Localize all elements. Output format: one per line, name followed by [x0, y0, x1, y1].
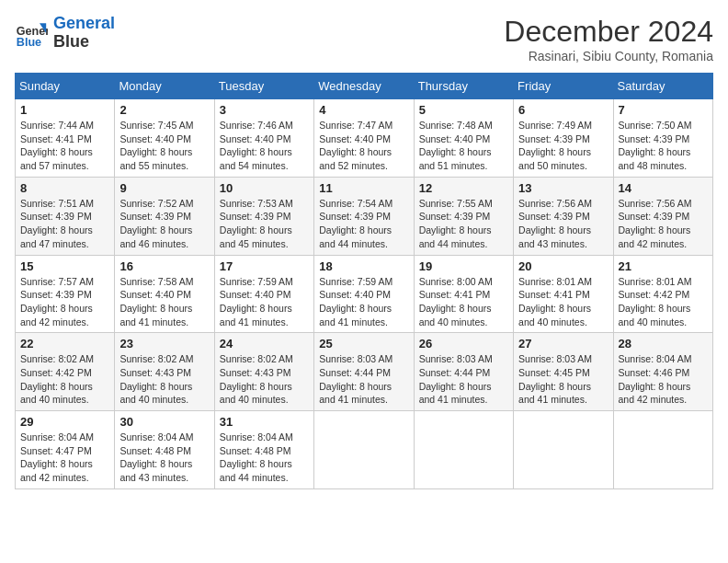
calendar-cell: 1 Sunrise: 7:44 AMSunset: 4:41 PMDayligh… — [16, 99, 115, 178]
location-subtitle: Rasinari, Sibiu County, Romania — [504, 49, 713, 63]
calendar-cell: 30 Sunrise: 8:04 AMSunset: 4:48 PMDaylig… — [115, 411, 214, 489]
day-detail: Sunrise: 7:51 AMSunset: 4:39 PMDaylight:… — [20, 197, 109, 251]
day-number: 7 — [619, 103, 708, 117]
calendar-header-row: SundayMondayTuesdayWednesdayThursdayFrid… — [16, 74, 713, 99]
day-number: 31 — [220, 415, 309, 429]
day-detail: Sunrise: 7:49 AMSunset: 4:39 PMDaylight:… — [518, 119, 608, 173]
calendar-cell: 26 Sunrise: 8:03 AMSunset: 4:44 PMDaylig… — [414, 333, 513, 411]
day-detail: Sunrise: 7:44 AMSunset: 4:41 PMDaylight:… — [20, 119, 109, 173]
day-number: 16 — [119, 259, 209, 273]
logo-text: GeneralBlue — [53, 15, 115, 52]
day-detail: Sunrise: 7:55 AMSunset: 4:39 PMDaylight:… — [419, 197, 508, 251]
day-number: 3 — [220, 103, 309, 117]
day-number: 5 — [419, 103, 508, 117]
calendar-cell: 14 Sunrise: 7:56 AMSunset: 4:39 PMDaylig… — [613, 177, 712, 255]
day-detail: Sunrise: 8:00 AMSunset: 4:41 PMDaylight:… — [419, 275, 508, 329]
calendar-table: SundayMondayTuesdayWednesdayThursdayFrid… — [15, 73, 713, 489]
calendar-cell: 28 Sunrise: 8:04 AMSunset: 4:46 PMDaylig… — [613, 333, 712, 411]
day-detail: Sunrise: 7:45 AMSunset: 4:40 PMDaylight:… — [119, 119, 209, 173]
day-detail: Sunrise: 8:01 AMSunset: 4:42 PMDaylight:… — [619, 275, 708, 329]
svg-text:Blue: Blue — [17, 36, 41, 49]
calendar-cell: 5 Sunrise: 7:48 AMSunset: 4:40 PMDayligh… — [414, 99, 513, 178]
calendar-cell: 3 Sunrise: 7:46 AMSunset: 4:40 PMDayligh… — [214, 99, 313, 178]
calendar-cell: 2 Sunrise: 7:45 AMSunset: 4:40 PMDayligh… — [115, 99, 214, 178]
calendar-body: 1 Sunrise: 7:44 AMSunset: 4:41 PMDayligh… — [16, 99, 713, 489]
calendar-cell: 13 Sunrise: 7:56 AMSunset: 4:39 PMDaylig… — [514, 177, 613, 255]
calendar-cell: 15 Sunrise: 7:57 AMSunset: 4:39 PMDaylig… — [16, 255, 115, 333]
month-title: December 2024 — [504, 15, 713, 49]
calendar-cell: 4 Sunrise: 7:47 AMSunset: 4:40 PMDayligh… — [314, 99, 414, 178]
calendar-cell: 6 Sunrise: 7:49 AMSunset: 4:39 PMDayligh… — [514, 99, 613, 178]
calendar-cell — [613, 411, 712, 489]
day-detail: Sunrise: 8:03 AMSunset: 4:44 PMDaylight:… — [319, 352, 408, 407]
day-detail: Sunrise: 8:02 AMSunset: 4:43 PMDaylight:… — [119, 352, 209, 407]
day-number: 21 — [619, 259, 708, 273]
day-number: 6 — [518, 103, 608, 117]
day-number: 2 — [119, 103, 209, 117]
day-number: 23 — [119, 337, 209, 350]
day-detail: Sunrise: 8:04 AMSunset: 4:46 PMDaylight:… — [619, 352, 708, 407]
day-detail: Sunrise: 7:48 AMSunset: 4:40 PMDaylight:… — [419, 119, 508, 173]
calendar-cell: 19 Sunrise: 8:00 AMSunset: 4:41 PMDaylig… — [414, 255, 513, 333]
calendar-cell: 11 Sunrise: 7:54 AMSunset: 4:39 PMDaylig… — [314, 177, 414, 255]
day-detail: Sunrise: 7:57 AMSunset: 4:39 PMDaylight:… — [20, 275, 109, 329]
day-number: 18 — [319, 259, 408, 273]
calendar-cell — [314, 411, 414, 489]
day-detail: Sunrise: 7:47 AMSunset: 4:40 PMDaylight:… — [319, 119, 408, 173]
title-area: December 2024 Rasinari, Sibiu County, Ro… — [504, 15, 713, 63]
calendar-cell: 12 Sunrise: 7:55 AMSunset: 4:39 PMDaylig… — [414, 177, 513, 255]
calendar-weekday-tuesday: Tuesday — [214, 74, 313, 99]
day-number: 1 — [20, 103, 109, 117]
day-number: 28 — [619, 337, 708, 350]
day-number: 30 — [119, 415, 209, 429]
day-number: 8 — [20, 181, 109, 195]
calendar-cell: 17 Sunrise: 7:59 AMSunset: 4:40 PMDaylig… — [214, 255, 313, 333]
day-number: 24 — [220, 337, 309, 350]
day-number: 13 — [518, 181, 608, 195]
calendar-cell: 21 Sunrise: 8:01 AMSunset: 4:42 PMDaylig… — [613, 255, 712, 333]
logo: General Blue GeneralBlue — [15, 15, 115, 52]
calendar-cell — [414, 411, 513, 489]
day-detail: Sunrise: 7:53 AMSunset: 4:39 PMDaylight:… — [220, 197, 309, 251]
day-detail: Sunrise: 7:56 AMSunset: 4:39 PMDaylight:… — [518, 197, 608, 251]
day-detail: Sunrise: 8:04 AMSunset: 4:48 PMDaylight:… — [220, 431, 309, 485]
day-number: 27 — [518, 337, 608, 350]
calendar-cell: 22 Sunrise: 8:02 AMSunset: 4:42 PMDaylig… — [16, 333, 115, 411]
day-detail: Sunrise: 7:46 AMSunset: 4:40 PMDaylight:… — [220, 119, 309, 173]
day-detail: Sunrise: 8:02 AMSunset: 4:43 PMDaylight:… — [220, 352, 309, 407]
calendar-weekday-thursday: Thursday — [414, 74, 513, 99]
day-number: 15 — [20, 259, 109, 273]
calendar-weekday-sunday: Sunday — [16, 74, 115, 99]
day-number: 9 — [119, 181, 209, 195]
day-detail: Sunrise: 8:02 AMSunset: 4:42 PMDaylight:… — [20, 352, 109, 407]
calendar-week-3: 15 Sunrise: 7:57 AMSunset: 4:39 PMDaylig… — [16, 255, 713, 333]
day-detail: Sunrise: 7:52 AMSunset: 4:39 PMDaylight:… — [119, 197, 209, 251]
day-detail: Sunrise: 8:03 AMSunset: 4:44 PMDaylight:… — [419, 352, 508, 407]
calendar-cell: 31 Sunrise: 8:04 AMSunset: 4:48 PMDaylig… — [214, 411, 313, 489]
day-number: 26 — [419, 337, 508, 350]
day-detail: Sunrise: 8:01 AMSunset: 4:41 PMDaylight:… — [518, 275, 608, 329]
day-number: 22 — [20, 337, 109, 350]
calendar-cell: 7 Sunrise: 7:50 AMSunset: 4:39 PMDayligh… — [613, 99, 712, 178]
calendar-cell: 9 Sunrise: 7:52 AMSunset: 4:39 PMDayligh… — [115, 177, 214, 255]
day-detail: Sunrise: 7:54 AMSunset: 4:39 PMDaylight:… — [319, 197, 408, 251]
day-detail: Sunrise: 7:59 AMSunset: 4:40 PMDaylight:… — [220, 275, 309, 329]
day-detail: Sunrise: 7:56 AMSunset: 4:39 PMDaylight:… — [619, 197, 708, 251]
day-number: 4 — [319, 103, 408, 117]
calendar-cell: 20 Sunrise: 8:01 AMSunset: 4:41 PMDaylig… — [514, 255, 613, 333]
day-number: 12 — [419, 181, 508, 195]
day-number: 10 — [220, 181, 309, 195]
calendar-cell: 10 Sunrise: 7:53 AMSunset: 4:39 PMDaylig… — [214, 177, 313, 255]
day-number: 14 — [619, 181, 708, 195]
calendar-weekday-wednesday: Wednesday — [314, 74, 414, 99]
calendar-week-2: 8 Sunrise: 7:51 AMSunset: 4:39 PMDayligh… — [16, 177, 713, 255]
calendar-cell: 18 Sunrise: 7:59 AMSunset: 4:40 PMDaylig… — [314, 255, 414, 333]
calendar-cell: 25 Sunrise: 8:03 AMSunset: 4:44 PMDaylig… — [314, 333, 414, 411]
day-detail: Sunrise: 8:04 AMSunset: 4:47 PMDaylight:… — [20, 431, 109, 485]
calendar-week-5: 29 Sunrise: 8:04 AMSunset: 4:47 PMDaylig… — [16, 411, 713, 489]
day-number: 29 — [20, 415, 109, 429]
calendar-cell: 8 Sunrise: 7:51 AMSunset: 4:39 PMDayligh… — [16, 177, 115, 255]
calendar-cell: 23 Sunrise: 8:02 AMSunset: 4:43 PMDaylig… — [115, 333, 214, 411]
calendar-weekday-monday: Monday — [115, 74, 214, 99]
calendar-weekday-friday: Friday — [514, 74, 613, 99]
